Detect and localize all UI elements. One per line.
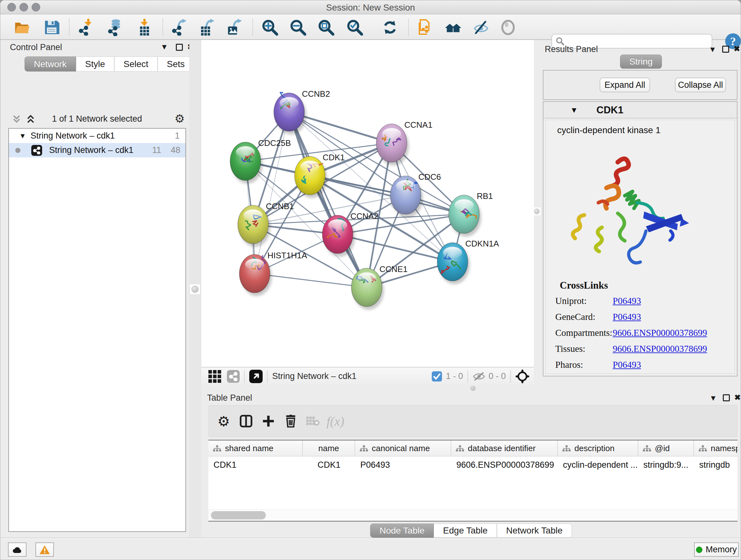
- edge-count: 48: [171, 145, 180, 155]
- zoom-in-button[interactable]: [261, 18, 279, 37]
- export-table-button[interactable]: [198, 18, 216, 37]
- table-options-gear-icon[interactable]: ⚙: [212, 411, 235, 431]
- crosslink-genecard[interactable]: P06493: [613, 312, 641, 322]
- tab-string[interactable]: String: [620, 55, 662, 69]
- window-title: Session: New Session: [0, 3, 741, 13]
- column-header[interactable]: shared name: [225, 443, 273, 453]
- vertical-splitter-right[interactable]: [534, 40, 540, 385]
- column-type-icon: [698, 445, 707, 452]
- memory-button[interactable]: Memory: [694, 543, 739, 557]
- selected-checkbox-icon[interactable]: [432, 371, 442, 381]
- hidden-eye-icon[interactable]: [473, 372, 485, 381]
- column-header[interactable]: namespace: [711, 443, 738, 453]
- column-header[interactable]: description: [575, 443, 615, 453]
- horizontal-scrollbar[interactable]: [208, 509, 738, 521]
- show-grid-icon[interactable]: [208, 370, 221, 383]
- node-label-CDC6: CDC6: [418, 172, 441, 182]
- float-panel-icon[interactable]: [176, 44, 183, 51]
- birds-eye-view-icon[interactable]: [249, 370, 263, 383]
- node-table[interactable]: shared name name canonical name database…: [208, 440, 738, 522]
- network-node-RB1[interactable]: RB1: [449, 191, 493, 233]
- table-row[interactable]: CDK1 CDK1 P06493 9606.ENSP00000378699 cy…: [208, 456, 738, 473]
- zoom-out-button[interactable]: [289, 18, 307, 37]
- cell-database-identifier: 9606.ENSP00000378699: [451, 460, 558, 470]
- gene-section: ▼ CDK1 cyclin-dependent kinase 1: [543, 101, 738, 376]
- tab-node-table[interactable]: Node Table: [370, 523, 434, 538]
- node-label-CCNB1: CCNB1: [266, 201, 294, 211]
- collection-count: 1: [175, 131, 180, 141]
- crosslink-compartments[interactable]: 9606.ENSP00000378699: [613, 327, 707, 338]
- column-header[interactable]: canonical name: [372, 443, 430, 453]
- column-type-icon: [456, 445, 464, 452]
- node-count: 11: [152, 145, 161, 155]
- save-session-button[interactable]: [43, 18, 61, 37]
- section-expander-icon[interactable]: ▼: [570, 106, 578, 115]
- panel-menu-icon[interactable]: ▼: [710, 394, 717, 402]
- clone-network-button[interactable]: [416, 18, 434, 37]
- tab-select[interactable]: Select: [114, 57, 158, 71]
- refresh-icon-button[interactable]: [381, 18, 399, 37]
- show-all-button[interactable]: [499, 18, 517, 37]
- create-column-icon[interactable]: [257, 411, 280, 431]
- network-collection-row[interactable]: ▼ String Network – cdk1 1: [9, 129, 185, 143]
- toolbar-separator: [162, 19, 163, 36]
- float-panel-icon[interactable]: [723, 394, 730, 401]
- network-row-selected[interactable]: String Network – cdk1 11 48: [9, 143, 185, 158]
- vertical-splitter-left[interactable]: [189, 40, 201, 538]
- export-network-button[interactable]: [170, 18, 189, 37]
- delete-column-trash-icon[interactable]: [280, 411, 302, 431]
- tree-expander-icon[interactable]: ▼: [19, 132, 26, 140]
- tab-sets[interactable]: Sets: [158, 57, 194, 71]
- crosslink-tissues[interactable]: 9606.ENSP00000378699: [613, 344, 707, 354]
- network-options-gear-icon[interactable]: ⚙: [175, 112, 185, 125]
- export-image-button[interactable]: [225, 18, 244, 37]
- network-node-HIST1H1A[interactable]: HIST1H1A: [239, 251, 307, 293]
- network-label: String Network – cdk1: [49, 145, 133, 155]
- import-network-file-button[interactable]: [77, 18, 95, 37]
- crosslink-uniprot[interactable]: P06493: [613, 296, 641, 306]
- import-network-database-button[interactable]: [106, 18, 124, 37]
- crosslink-pharos[interactable]: P06493: [613, 360, 641, 370]
- close-panel-icon[interactable]: ✖: [734, 44, 740, 53]
- warnings-button[interactable]: [36, 543, 54, 557]
- column-header[interactable]: name: [318, 443, 339, 453]
- zoom-selected-button[interactable]: [346, 18, 364, 37]
- scrollbar-thumb[interactable]: [211, 511, 266, 519]
- network-overview-icon[interactable]: [227, 370, 240, 383]
- panel-menu-icon[interactable]: ▼: [160, 43, 168, 51]
- show-columns-icon[interactable]: [235, 411, 257, 431]
- collapse-all-button[interactable]: Collapse All: [675, 78, 726, 92]
- tab-edge-table[interactable]: Edge Table: [434, 523, 497, 538]
- table-panel-title: Table Panel: [207, 393, 252, 403]
- table-panel: Table Panel ▼ ✖ ⚙ f(x) shared name name: [201, 389, 741, 538]
- column-header[interactable]: database identifier: [468, 443, 536, 453]
- expand-all-button[interactable]: Expand All: [600, 78, 650, 92]
- tab-style[interactable]: Style: [76, 57, 114, 71]
- open-session-button[interactable]: [13, 18, 31, 37]
- cell-canonical-name: P06493: [355, 460, 451, 470]
- crosslink-label: Uniprot:: [555, 296, 613, 306]
- network-canvas[interactable]: CCNB2CCNA1CDC25BCDK1CDC6RB1CCNB1CCNA2CDK…: [201, 40, 534, 367]
- table-toolbar: ⚙ f(x): [208, 405, 738, 437]
- gene-symbol: CDK1: [596, 105, 623, 116]
- first-neighbors-button[interactable]: [444, 18, 462, 37]
- results-actions-box: Expand All Collapse All: [543, 70, 738, 100]
- hide-selected-button[interactable]: [471, 18, 490, 37]
- control-panel-title: Control Panel: [10, 43, 62, 52]
- close-panel-icon[interactable]: ✖: [734, 393, 741, 402]
- cell-description: cyclin-dependent ...: [558, 460, 638, 470]
- network-node-CDK1[interactable]: CDK1: [294, 152, 345, 195]
- zoom-fit-button[interactable]: [317, 18, 335, 37]
- column-header[interactable]: @id: [655, 443, 670, 453]
- selected-counts: 1 - 0: [446, 371, 463, 381]
- network-node-CDC6[interactable]: CDC6: [390, 172, 441, 214]
- gene-section-header[interactable]: ▼ CDK1: [543, 102, 737, 118]
- results-panel-title: Results Panel: [545, 44, 598, 54]
- tab-network-table[interactable]: Network Table: [497, 523, 572, 538]
- fit-selected-target-icon[interactable]: [515, 369, 529, 383]
- float-panel-icon[interactable]: [722, 46, 729, 53]
- import-table-button[interactable]: [135, 18, 153, 37]
- tab-network[interactable]: Network: [24, 57, 76, 71]
- panel-menu-icon[interactable]: ▼: [709, 45, 717, 54]
- cloud-status-button[interactable]: [8, 543, 26, 557]
